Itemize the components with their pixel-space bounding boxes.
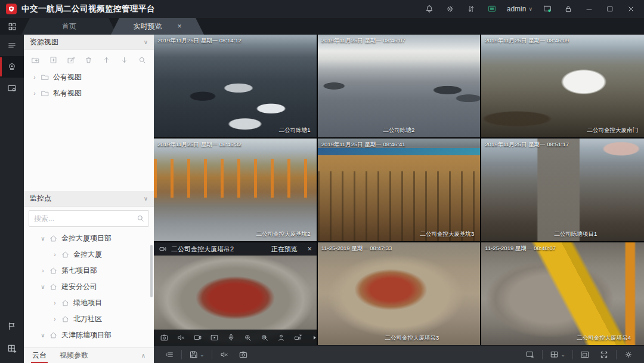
search-input[interactable] <box>29 210 149 227</box>
save-view-button[interactable]: ⌄ <box>184 346 209 363</box>
grid-layout-select[interactable]: ⌄ <box>545 350 570 359</box>
window-maximize-button[interactable] <box>602 2 618 16</box>
camera-name-overlay: 二公司金控大厦塔吊3 <box>385 334 439 342</box>
zoom-in-icon[interactable] <box>243 333 252 342</box>
tree-item-site[interactable]: ∨ 天津陈塘项目部 <box>24 327 154 343</box>
snapshot-all-icon[interactable] <box>234 346 253 363</box>
video-cell-5[interactable]: 2019年11月25日 星期一 08:46:41 二公司金控大厦基坑3 <box>318 139 481 241</box>
window-close-button[interactable] <box>623 2 639 16</box>
fullscreen-icon[interactable] <box>595 350 614 359</box>
close-all-videos-icon[interactable] <box>521 350 540 359</box>
tree-item-public-views[interactable]: › 公有视图 <box>24 69 154 85</box>
video-cell-title: 二公司金控大厦塔吊2 <box>171 245 234 254</box>
chevron-right-icon: › <box>30 90 39 97</box>
record-icon[interactable] <box>193 333 202 342</box>
snapshot-icon[interactable] <box>160 333 169 342</box>
panel-bottom-tabs: 云台 视频参数 ∧ <box>24 347 154 363</box>
tree-item-label: 北万社区 <box>73 314 102 324</box>
timestamp-overlay: 2019年11月25日 星期一 08:14:12 <box>157 37 242 45</box>
monitor-points-header[interactable]: 监控点 ∨ <box>24 191 154 207</box>
tree-item-site[interactable]: ∨ 金控大厦项目部 <box>24 230 154 247</box>
chevron-down-icon: ∨ <box>144 39 148 45</box>
more-tools-icon[interactable] <box>310 333 317 342</box>
tree-item-label: 第七项目部 <box>61 266 97 276</box>
camera-name-overlay: 二公司金控大厦基坑2 <box>256 230 311 238</box>
tab-ptz[interactable]: 云台 <box>32 348 47 363</box>
timestamp-overlay: 2019年11月25日 星期一 08:46:07 <box>321 37 405 45</box>
resource-view-header[interactable]: 资源视图 ∨ <box>24 35 154 50</box>
rail-camera-icon[interactable] <box>0 56 24 78</box>
tab-video-params[interactable]: 视频参数 <box>60 348 88 363</box>
collapse-panel-icon[interactable] <box>160 346 179 363</box>
camera-name-overlay: 二公司金控大厦塔吊4 <box>577 334 631 342</box>
chevron-right-icon: › <box>30 74 39 81</box>
app-title: 中交一航局二公司视频监控管理平台 <box>21 4 155 14</box>
settings-gear-icon[interactable] <box>619 350 638 359</box>
rail-grid-plus-icon[interactable] <box>0 338 24 359</box>
left-icon-rail <box>0 35 24 363</box>
video-cell-3[interactable]: 2019年11月25日 星期一 08:46:09 二公司金控大厦南门 <box>481 35 644 137</box>
session-screen-icon[interactable] <box>539 2 556 16</box>
tree-item-site[interactable]: › 绿地项目 <box>24 295 154 311</box>
tab-live-label: 实时预览 <box>133 21 162 32</box>
apps-grid-icon[interactable] <box>0 18 24 35</box>
audio-mute-icon[interactable] <box>177 333 185 342</box>
tree-item-site[interactable]: › 第七项目部 <box>24 263 154 279</box>
tv-wall-icon[interactable] <box>484 2 500 16</box>
tab-close-icon[interactable]: × <box>177 22 181 30</box>
tree-item-label: 金控大厦项目部 <box>61 233 112 244</box>
tab-live-preview[interactable]: 实时预览 × <box>111 18 204 35</box>
add-view-icon[interactable] <box>49 56 58 64</box>
search-icon[interactable] <box>136 214 145 225</box>
timestamp-overlay: 2019年11月25日 星期一 08:46:09 <box>485 37 569 45</box>
tree-item-label: 建安分公司 <box>61 282 97 292</box>
microphone-icon[interactable] <box>227 333 236 342</box>
video-cell-6[interactable]: 2019年11月25日 星期一 08:51:17 二公司陈塘项目1 <box>481 139 644 241</box>
user-menu[interactable]: admin ∨ <box>504 5 535 13</box>
move-down-icon[interactable] <box>120 56 129 64</box>
window-minimize-button[interactable] <box>581 2 597 16</box>
single-screen-icon[interactable] <box>575 350 595 359</box>
chevron-up-icon[interactable]: ∧ <box>141 352 145 359</box>
video-cell-8[interactable]: 11-25-2019 星期一 08:47:33 二公司金控大厦塔吊3 <box>318 242 481 345</box>
timestamp-overlay: 2019年11月25日 星期一 08:51:17 <box>485 141 569 149</box>
person-locate-icon[interactable] <box>277 333 286 342</box>
resource-toolbar <box>24 50 154 69</box>
search-icon[interactable] <box>138 56 147 64</box>
tree-item-label: 公有视图 <box>53 72 82 82</box>
tree-item-site[interactable]: ∨ 建安分公司 <box>24 279 154 295</box>
tab-home[interactable]: 首页 <box>21 18 117 35</box>
rail-video-flag-icon[interactable] <box>0 315 24 337</box>
move-up-icon[interactable] <box>102 56 111 64</box>
svg-text:3D: 3D <box>263 336 266 339</box>
rail-menu-icon[interactable] <box>0 35 24 56</box>
home-icon <box>49 282 58 291</box>
video-cell-1[interactable]: 2019年11月25日 星期一 08:14:12 二公司陈塘1 <box>154 35 317 137</box>
tree-item-private-views[interactable]: › 私有视图 <box>24 85 154 101</box>
tree-item-site[interactable]: › 北万社区 <box>24 311 154 327</box>
home-icon <box>49 266 58 275</box>
settings-gear-icon[interactable] <box>442 2 459 16</box>
home-icon <box>49 234 58 243</box>
zoom-3d-icon[interactable]: 3D <box>260 333 269 342</box>
tree-scrollbar[interactable] <box>150 245 153 297</box>
rail-monitor-settings-icon[interactable] <box>0 78 24 99</box>
close-icon[interactable]: × <box>308 245 312 253</box>
notification-bell-icon[interactable] <box>421 2 438 16</box>
add-folder-icon[interactable] <box>31 56 40 64</box>
video-cell-9[interactable]: 11-25-2019 星期一 08:48:07 二公司金控大厦塔吊4 <box>481 242 644 345</box>
edit-icon[interactable] <box>67 56 76 64</box>
video-cell-4[interactable]: 2019年11月25日 星期一 08:46:32 二公司金控大厦基坑2 <box>154 139 317 241</box>
panel-spacer <box>24 101 154 191</box>
video-cell-2[interactable]: 2019年11月25日 星期一 08:46:07 二公司陈塘2 <box>318 35 481 137</box>
delete-icon[interactable] <box>84 56 93 64</box>
lock-icon[interactable] <box>560 2 577 16</box>
timestamp-overlay: 11-25-2019 星期一 08:47:33 <box>321 245 392 253</box>
data-transfer-icon[interactable] <box>463 2 479 16</box>
tree-item-site[interactable]: › 金控大厦 <box>24 247 154 263</box>
mute-all-icon[interactable] <box>215 346 234 363</box>
video-cell-7-selected[interactable]: 二公司金控大厦塔吊2 正在预览 × 3D <box>154 242 317 345</box>
ptz-control-icon[interactable] <box>293 333 302 342</box>
playback-icon[interactable] <box>210 333 219 342</box>
chevron-down-icon: ∨ <box>38 332 48 339</box>
